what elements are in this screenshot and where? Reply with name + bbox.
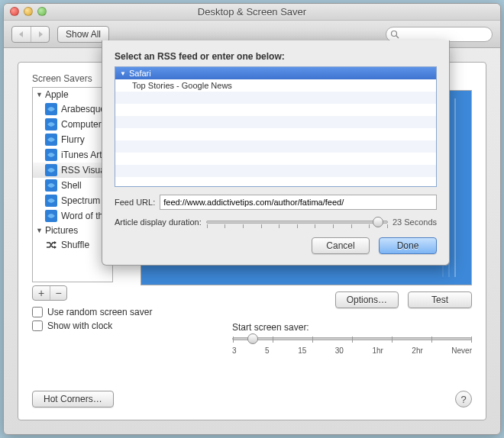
back-button[interactable] [12,27,31,42]
list-item-selected[interactable]: RSS Visualizer [33,163,112,178]
screensaver-icon [45,134,57,146]
chevron-down-icon: ▼ [120,70,126,77]
search-field[interactable] [386,27,493,42]
preferences-window: Desktop & Screen Saver Show All Screen S… [3,3,501,435]
list-item[interactable]: Flurry [33,132,112,147]
test-button[interactable]: Test [408,291,472,308]
screensaver-icon [45,103,57,115]
cancel-button[interactable]: Cancel [312,237,370,254]
screensaver-icon [45,179,57,192]
done-button[interactable]: Done [379,237,437,254]
group-pictures[interactable]: ▼ Pictures [33,224,112,237]
add-remove-segment: + − [32,285,67,301]
options-button[interactable]: Options… [335,291,399,308]
feed-item[interactable]: Top Stories - Google News [115,79,436,92]
sheet-title: Select an RSS feed or enter one below: [115,51,437,62]
slider-knob[interactable] [247,333,258,344]
screensaver-icon [45,149,57,161]
chevron-down-icon: ▼ [36,91,43,98]
screensaver-icon [45,195,57,207]
duration-value: 23 Seconds [393,217,437,227]
list-item[interactable]: Shell [33,178,112,193]
chevron-down-icon: ▼ [36,227,43,234]
screensaver-icon [45,164,57,176]
help-icon: ? [460,394,466,405]
feed-list[interactable]: ▼ Safari Top Stories - Google News [115,66,437,187]
duration-slider[interactable] [206,221,388,224]
nav-segment [11,26,50,43]
screensaver-icon [45,210,57,222]
svg-line-1 [396,36,399,38]
slider-track[interactable] [232,337,472,340]
traffic-lights [10,7,47,16]
list-item[interactable]: Spectrum [33,193,112,208]
screensaver-icon [45,118,57,130]
titlebar: Desktop & Screen Saver [4,4,500,21]
help-button[interactable]: ? [455,391,472,407]
svg-point-0 [392,31,397,36]
search-icon [390,30,399,39]
zoom-icon[interactable] [37,7,47,16]
shuffle-icon [45,239,57,251]
list-item[interactable]: iTunes Artwork [33,147,112,163]
duration-knob[interactable] [373,217,383,227]
feed-group-safari[interactable]: ▼ Safari [115,67,436,79]
group-apple[interactable]: ▼ Apple [33,88,112,101]
random-checkbox[interactable] [32,307,43,317]
minimize-icon[interactable] [24,7,33,16]
add-button[interactable]: + [33,286,50,300]
list-item[interactable]: Shuffle [33,237,112,253]
start-slider[interactable]: 3 5 15 30 1hr 2hr Never [232,337,472,355]
slider-labels: 3 5 15 30 1hr 2hr Never [232,346,472,355]
list-item[interactable]: Computer Name [33,117,112,132]
duration-label: Article display duration: [115,217,202,227]
clock-checkbox[interactable] [32,320,43,331]
remove-button[interactable]: − [50,286,66,300]
list-item[interactable]: Arabesque [33,101,112,117]
feed-url-input[interactable] [160,195,437,210]
rss-config-sheet: Select an RSS feed or enter one below: ▼… [102,40,450,266]
start-label: Start screen saver: [232,322,309,333]
random-checkbox-row[interactable]: Use random screen saver [32,307,472,317]
forward-button[interactable] [31,27,49,42]
search-input[interactable] [386,27,493,42]
list-item[interactable]: Word of the Day [33,208,112,224]
close-icon[interactable] [10,7,19,16]
hot-corners-button[interactable]: Hot Corners… [32,391,114,407]
feed-url-label: Feed URL: [115,198,155,207]
window-title: Desktop & Screen Saver [4,4,500,21]
